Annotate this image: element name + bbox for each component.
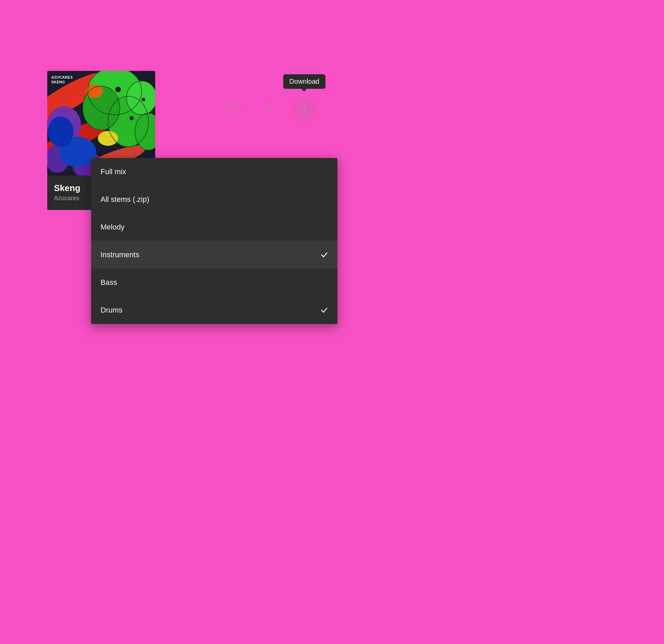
like-button[interactable] [223,99,244,120]
menu-item-full-mix[interactable]: Full mix [91,158,337,186]
svg-point-16 [86,84,103,98]
download-button-container: Download [293,98,316,121]
download-menu: Full mix All stems (.zip) Melody Instrum… [91,158,337,324]
album-label: AZUCARES SKENG [51,75,73,85]
check-icon [320,251,328,259]
add-button[interactable] [258,99,279,120]
menu-item-bass[interactable]: Bass [91,269,337,296]
menu-item-all-stems[interactable]: All stems (.zip) [91,186,337,213]
svg-point-23 [129,116,133,120]
svg-point-22 [116,87,121,92]
svg-point-14 [98,131,118,146]
menu-item-melody[interactable]: Melody [91,213,337,241]
check-icon-drums [320,306,328,314]
svg-point-24 [142,98,145,101]
download-tooltip: Download [284,74,326,89]
menu-item-drums[interactable]: Drums [91,296,337,324]
download-button[interactable] [293,98,316,121]
menu-item-instruments[interactable]: Instruments [91,241,337,269]
action-buttons: Download [223,98,316,121]
svg-point-13 [48,117,74,147]
